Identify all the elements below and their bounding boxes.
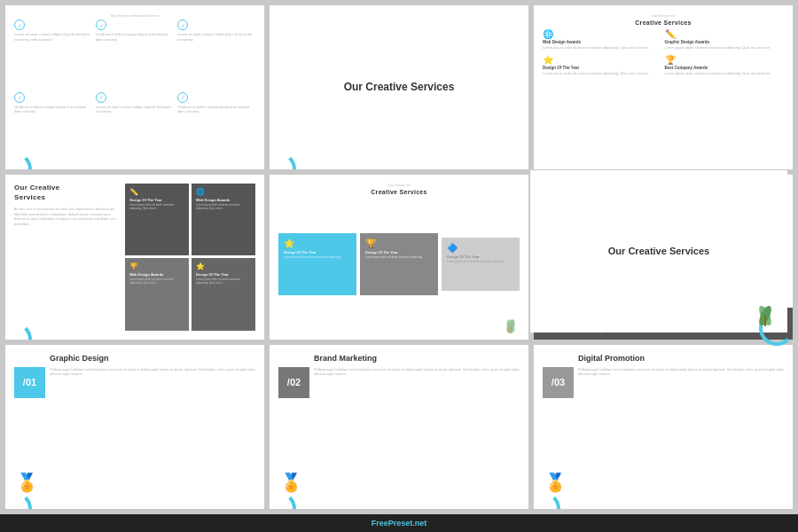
award-icon-2: 🏅 bbox=[280, 472, 302, 493]
check-icon-3: ✓ bbox=[177, 20, 188, 30]
text-3: Lorem sit amet consect adipis dolor sit … bbox=[177, 32, 255, 42]
card-3: 🔷 Design Of The Year Lorem ipsum dolor s… bbox=[442, 238, 520, 291]
slide-5-left: Our CreativeServices At vero eos et accu… bbox=[14, 184, 121, 330]
icon-item-3: ✓ Lorem sit amet consect adipis dolor si… bbox=[177, 20, 255, 89]
card-title-3: Design Of The Year bbox=[447, 254, 514, 259]
cyan-arc-decoration-5 bbox=[5, 322, 32, 340]
bottom-text-3: Pellentesque habitant morbi tristique se… bbox=[578, 367, 784, 377]
item-text-4: Lorem ipsum dolor sit amet consectur adi… bbox=[665, 71, 785, 76]
number-box-1: /01 bbox=[14, 367, 45, 398]
card-1: ⭐ Design Of The Year Lorem ipsum dolor s… bbox=[278, 233, 356, 295]
item-label-2: Graphic Design Awards bbox=[665, 40, 785, 44]
bottom-text-2: Pellentesque habitant morbi tristique se… bbox=[314, 367, 520, 377]
watermark: FreePreset.net bbox=[0, 514, 798, 532]
card-2: 🏆 Design Of The Year Lorem ipsum dolor s… bbox=[360, 233, 438, 295]
bottom-content-3: Digital Promotion Pellentesque habitant … bbox=[578, 354, 784, 500]
item-label-3: Design Of The Year bbox=[543, 66, 662, 70]
text-6: Ut labore et dolore magna aliqua erat vo… bbox=[177, 105, 255, 114]
slide-5-title: Our CreativeServices bbox=[14, 184, 121, 202]
cards-row: ⭐ Design Of The Year Lorem ipsum dolor s… bbox=[278, 199, 520, 330]
slide-7-title: Our Creative Services bbox=[608, 245, 709, 258]
tile-title-2: Web Design Awards bbox=[196, 198, 251, 202]
dark-tile-4: ⭐ Design Of The Year Lorem ipsum dolor s… bbox=[192, 258, 255, 330]
card-title-2: Design Of The Year bbox=[365, 250, 433, 254]
slide-3-row1: 🌐 Web Design Awards Lorem ipsum dolor si… bbox=[543, 29, 784, 52]
item-label-4: Best Company Awards bbox=[665, 66, 785, 70]
card-icon-1: ⭐ bbox=[284, 239, 351, 248]
slide-2: Our Creative Services bbox=[270, 5, 528, 169]
text-2: Ut labore et dolore magna aliqua erat vo… bbox=[96, 32, 174, 42]
card-text-2: Lorem ipsum dolor sit amet consectur adi… bbox=[365, 256, 433, 260]
tile-text-4: Lorem ipsum dolor sit amet consectur adi… bbox=[196, 278, 251, 286]
item-company-awards: 🏆 Best Company Awards Lorem ipsum dolor … bbox=[665, 55, 785, 78]
slide-7-overlay: Our Creative Services bbox=[530, 170, 787, 332]
bottom-text-1: Pellentesque habitant morbi tristique se… bbox=[50, 367, 255, 377]
card-title-1: Design Of The Year bbox=[284, 250, 351, 254]
slide-7: /01 Graphic Design Pellentesque habitant… bbox=[5, 345, 264, 509]
plant-svg-7 bbox=[747, 293, 783, 329]
watermark-text: FreePreset.net bbox=[372, 519, 427, 528]
card-text-3: Lorem ipsum dolor sit amet consectur adi… bbox=[447, 261, 514, 264]
dark-tile-2: 🌐 Web Design Awards Lorem ipsum dolor si… bbox=[192, 184, 255, 255]
award-icon-3: 🏅 bbox=[544, 472, 567, 493]
text-5: Lorem sit amet consect adipis cing elit … bbox=[96, 105, 174, 114]
text-1: Lorem sit amet consect adipis cing elit … bbox=[14, 32, 92, 42]
slide-3-title: Creative Services bbox=[543, 20, 784, 26]
slide-3: http://freeppt.net Creative Services 🌐 W… bbox=[534, 5, 793, 169]
watermark-free: Free bbox=[372, 519, 388, 528]
icon-item-2: ✓ Ut labore et dolore magna aliqua erat … bbox=[96, 20, 174, 89]
slide-5-right: ✏️ Design Of The Year Lorem ipsum dolor … bbox=[125, 184, 255, 330]
item-design-year: ⭐ Design Of The Year Lorem ipsum dolor s… bbox=[543, 55, 662, 78]
slide-1-url: http://freeppt.net/template/business bbox=[14, 14, 255, 18]
card-text-1: Lorem ipsum dolor sit amet consectur adi… bbox=[284, 256, 351, 260]
item-label-1: Web Design Awards bbox=[543, 40, 662, 44]
slide-1: http://freeppt.net/template/business ✓ L… bbox=[5, 5, 264, 169]
check-icon-6: ✓ bbox=[177, 92, 188, 103]
bottom-title-3: Digital Promotion bbox=[578, 354, 784, 363]
tile-title-3: Web Design Awards bbox=[129, 272, 184, 277]
icon-item-4: ✓ Ut labore et dolore magna aliqua erat … bbox=[14, 92, 92, 161]
check-icon-4: ✓ bbox=[14, 92, 25, 103]
icon-item-5: ✓ Lorem sit amet consect adipis cing eli… bbox=[96, 92, 174, 161]
slide-6-url: http://freeppt.net bbox=[278, 184, 520, 187]
slide-9: /03 Digital Promotion Pellentesque habit… bbox=[534, 345, 793, 509]
svg-rect-2 bbox=[510, 326, 512, 333]
tile-icon-4: ⭐ bbox=[196, 262, 251, 270]
number-box-3: /03 bbox=[543, 367, 574, 398]
tile-icon-1: ✏️ bbox=[129, 188, 184, 196]
bottom-title-1: Graphic Design bbox=[50, 354, 255, 363]
watermark-preset: Preset.net bbox=[388, 519, 427, 528]
slide-5: Our CreativeServices At vero eos et accu… bbox=[5, 175, 264, 339]
icon-item-1: ✓ Lorem sit amet consect adipis cing eli… bbox=[14, 20, 92, 89]
item-web-design: 🌐 Web Design Awards Lorem ipsum dolor si… bbox=[543, 29, 662, 52]
tile-icon-3: 🏆 bbox=[129, 262, 184, 270]
slide-6: http://freeppt.net Creative Services ⭐ D… bbox=[270, 175, 528, 339]
icon-item-6: ✓ Ut labore et dolore magna aliqua erat … bbox=[177, 92, 255, 161]
item-text-2: Lorem ipsum dolor sit amet consectur adi… bbox=[665, 45, 785, 51]
slide-3-url: http://freeppt.net bbox=[543, 14, 784, 18]
dark-tile-1: ✏️ Design Of The Year Lorem ipsum dolor … bbox=[125, 184, 189, 255]
dark-tile-3: 🏆 Web Design Awards Lorem ipsum dolor si… bbox=[125, 258, 189, 330]
tile-text-1: Lorem ipsum dolor sit amet consectur adi… bbox=[129, 204, 184, 211]
plant-icon bbox=[497, 309, 524, 335]
card-icon-3: 🔷 bbox=[447, 243, 514, 253]
bottom-title-2: Brand Marketing bbox=[314, 354, 520, 363]
cyan-arc-bottom-1 bbox=[5, 491, 32, 509]
item-text-3: Lorem ipsum dolor sit amet consectur adi… bbox=[543, 71, 662, 76]
check-icon-2: ✓ bbox=[96, 20, 106, 30]
check-icon-1: ✓ bbox=[14, 20, 25, 30]
text-4: Ut labore et dolore magna aliqua erat vo… bbox=[14, 105, 92, 114]
tile-title-1: Design Of The Year bbox=[129, 198, 184, 202]
svg-rect-5 bbox=[764, 316, 766, 326]
tile-title-4: Design Of The Year bbox=[196, 272, 251, 277]
slide-3-row2: ⭐ Design Of The Year Lorem ipsum dolor s… bbox=[543, 55, 784, 78]
check-icon-5: ✓ bbox=[96, 92, 106, 103]
award-icon-1: 🏅 bbox=[16, 472, 38, 493]
cyan-arc-decoration-2 bbox=[270, 152, 296, 169]
slide-2-title: Our Creative Services bbox=[344, 81, 455, 95]
slide-8: /02 Brand Marketing Pellentesque habitan… bbox=[270, 345, 528, 509]
cyan-arc-bottom-2 bbox=[270, 491, 296, 509]
number-box-2: /02 bbox=[278, 367, 309, 398]
bottom-content-2: Brand Marketing Pellentesque habitant mo… bbox=[314, 354, 520, 500]
card-icon-2: 🏆 bbox=[365, 239, 433, 248]
